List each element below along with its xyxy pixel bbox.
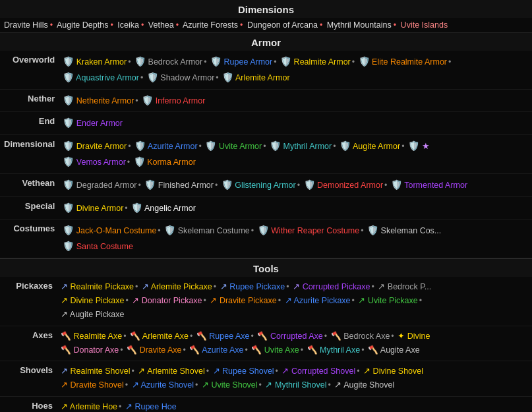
list-item[interactable]: 🪓 Augite Axe bbox=[368, 345, 420, 355]
list-item[interactable]: 🛡️ Augite Armor bbox=[340, 142, 400, 151]
list-item[interactable]: ✦ Divine bbox=[398, 332, 430, 341]
armor-end-row: End 🛡️ Ender Armor bbox=[0, 112, 532, 135]
list-item[interactable]: 🛡️ Divine Armor bbox=[63, 204, 123, 213]
list-item[interactable]: ↗ Azurite Pickaxe bbox=[285, 296, 351, 305]
list-item[interactable]: ↗ Augite Pickaxe bbox=[61, 310, 124, 319]
list-item[interactable]: 🪓 Arlemite Axe bbox=[130, 332, 189, 341]
list-item[interactable]: 🛡️ ★ bbox=[408, 142, 429, 151]
list-item[interactable]: 🛡️ Wither Reaper Costume bbox=[258, 226, 360, 235]
list-item[interactable]: 🪓 Azurite Axe bbox=[189, 345, 243, 355]
list-item[interactable]: 🛡️ Kraken Armor bbox=[63, 57, 127, 67]
list-item[interactable]: ↗ Bedrock P... bbox=[378, 282, 431, 291]
list-item[interactable]: 🛡️ Jack-O-Man Costume bbox=[63, 226, 156, 235]
armor-table: Overworld 🛡️ Kraken Armor• 🛡️ Bedrock Ar… bbox=[0, 51, 532, 258]
armor-special-content: 🛡️ Divine Armor• 🛡️ Angelic Armor bbox=[61, 196, 532, 220]
armor-special-label: Special bbox=[0, 196, 61, 220]
list-item[interactable]: ↗ Uvite Pickaxe bbox=[358, 296, 417, 305]
list-item[interactable]: 🪓 Realmite Axe bbox=[61, 332, 122, 341]
dim-item[interactable]: Vethea bbox=[148, 20, 174, 30]
armor-costumes-row: Costumes 🛡️ Jack-O-Man Costume• 🛡️ Skele… bbox=[0, 220, 532, 258]
armor-costumes-label: Costumes bbox=[0, 220, 61, 258]
list-item[interactable]: ↗ Arlemite Shovel bbox=[138, 367, 204, 376]
list-item[interactable]: 🛡️ Shadow Armor bbox=[147, 73, 214, 82]
dimensions-section: Dimensions Dravite Hills• Augite Depths•… bbox=[0, 0, 532, 33]
list-item[interactable]: 🪓 Donator Axe bbox=[61, 345, 119, 355]
list-item[interactable]: 🛡️ Degraded Armor bbox=[63, 181, 136, 190]
list-item[interactable]: 🛡️ Realmite Armor bbox=[280, 57, 351, 67]
list-item[interactable]: ↗ Rupee Shovel bbox=[213, 367, 274, 376]
list-item[interactable]: ↗ Mythril Shovel bbox=[265, 380, 326, 390]
list-item[interactable]: 🛡️ Bedrock Armor bbox=[134, 57, 202, 67]
list-item[interactable]: ↗ Rupee Hoe bbox=[125, 402, 177, 411]
list-item[interactable]: 🪓 Dravite Axe bbox=[127, 345, 181, 355]
list-item[interactable]: 🪓 Uvite Axe bbox=[251, 345, 299, 355]
list-item[interactable]: 🛡️ Inferno Armor bbox=[142, 96, 205, 105]
armor-dimensional-row: Dimensional 🛡️ Dravite Armor• 🛡️ Azurite… bbox=[0, 135, 532, 174]
list-item[interactable]: ↗ Dravite Pickaxe bbox=[210, 296, 276, 305]
list-item[interactable]: ↗ Dravite Shovel bbox=[61, 380, 124, 390]
list-item[interactable]: 🛡️ Angelic Armor bbox=[131, 204, 196, 213]
list-item[interactable]: 🛡️ Netherite Armor bbox=[63, 96, 134, 105]
armor-dimensional-content: 🛡️ Dravite Armor• 🛡️ Azurite Armor• 🛡️ U… bbox=[61, 135, 532, 174]
tools-pickaxes-content: ↗ Realmite Pickaxe• ↗ Arlemite Pickaxe• … bbox=[59, 277, 532, 326]
list-item[interactable]: ↗ Realmite Shovel bbox=[61, 367, 131, 376]
dim-item[interactable]: Mythril Mountains bbox=[327, 20, 392, 30]
armor-nether-label: Nether bbox=[0, 89, 61, 112]
tools-hoes-label: Hoes bbox=[0, 396, 59, 412]
list-item[interactable]: 🛡️ Dravite Armor bbox=[63, 142, 127, 151]
list-item[interactable]: ↗ Divine Pickaxe bbox=[61, 296, 124, 305]
list-item[interactable]: 🛡️ Rupee Armor bbox=[210, 57, 272, 67]
list-item[interactable]: ↗ Arlemite Pickaxe bbox=[142, 282, 212, 291]
dim-item[interactable]: Dravite Hills bbox=[4, 20, 48, 30]
list-item[interactable]: 🛡️ Skeleman Cos... bbox=[367, 226, 441, 235]
tools-shovels-content: ↗ Realmite Shovel• ↗ Arlemite Shovel• ↗ … bbox=[59, 361, 532, 397]
list-item[interactable]: ↗ Corrupted Shovel bbox=[281, 367, 355, 376]
list-item[interactable]: 🛡️ Azurite Armor bbox=[134, 142, 198, 151]
list-item[interactable]: 🛡️ Korma Armor bbox=[134, 158, 196, 167]
list-item[interactable]: ↗ Rupee Pickaxe bbox=[220, 282, 285, 291]
list-item[interactable]: 🛡️ Demonized Armor bbox=[304, 181, 384, 190]
list-item[interactable]: 🪓 Rupee Axe bbox=[196, 332, 250, 341]
list-item[interactable]: ↗ Azurite Shovel bbox=[132, 380, 194, 390]
list-item[interactable]: 🪓 Bedrock Axe bbox=[331, 332, 390, 341]
armor-end-label: End bbox=[0, 112, 61, 135]
armor-overworld-label: Overworld bbox=[0, 51, 61, 89]
list-item[interactable]: 🛡️ Vemos Armor bbox=[63, 158, 126, 167]
dim-item[interactable]: Uvite Islands bbox=[401, 20, 448, 30]
list-item[interactable]: ↗ Donator Pickaxe bbox=[132, 296, 202, 305]
tools-pickaxes-label: Pickaxes bbox=[0, 277, 59, 326]
list-item[interactable]: 🛡️ Finished Armor bbox=[144, 181, 214, 190]
dim-item[interactable]: Dungeon of Arcana bbox=[247, 20, 318, 30]
armor-overworld-content: 🛡️ Kraken Armor• 🛡️ Bedrock Armor• 🛡️ Ru… bbox=[61, 51, 532, 89]
list-item[interactable]: 🛡️ Santa Costume bbox=[63, 242, 133, 251]
list-item[interactable]: 🛡️ Ender Armor bbox=[63, 119, 123, 128]
list-item[interactable]: ↗ Augite Shovel bbox=[334, 380, 394, 390]
list-item[interactable]: ↗ Realmite Pickaxe bbox=[61, 282, 134, 291]
list-item[interactable]: 🪓 Corrupted Axe bbox=[257, 332, 322, 341]
dim-item[interactable]: Azurite Forests bbox=[183, 20, 238, 30]
list-item[interactable]: ↗ Arlemite Hoe bbox=[61, 402, 117, 411]
tools-pickaxes-row: Pickaxes ↗ Realmite Pickaxe• ↗ Arlemite … bbox=[0, 277, 532, 326]
list-item[interactable]: 🛡️ Elite Realmite Armor bbox=[359, 57, 447, 67]
list-item[interactable]: 🛡️ Tormented Armor bbox=[391, 181, 467, 190]
list-item[interactable]: 🛡️ Skeleman Costume bbox=[164, 226, 250, 235]
list-item[interactable]: 🛡️ Glistening Armor bbox=[222, 181, 296, 190]
tools-section: Tools Pickaxes ↗ Realmite Pickaxe• ↗ Arl… bbox=[0, 258, 532, 412]
armor-vethean-row: Vethean 🛡️ Degraded Armor• 🛡️ Finished A… bbox=[0, 173, 532, 196]
list-item[interactable]: ↗ Divine Shovel bbox=[363, 367, 423, 376]
tools-hoes-content: ↗ Arlemite Hoe• ↗ Rupee Hoe bbox=[59, 396, 532, 412]
list-item[interactable]: 🪓 Mythril Axe bbox=[307, 345, 361, 355]
dim-item[interactable]: Iceika bbox=[117, 20, 139, 30]
armor-nether-content: 🛡️ Netherite Armor• 🛡️ Inferno Armor bbox=[61, 89, 532, 112]
armor-overworld-row: Overworld 🛡️ Kraken Armor• 🛡️ Bedrock Ar… bbox=[0, 51, 532, 89]
dimensions-bar: Dravite Hills• Augite Depths• Iceika• Ve… bbox=[0, 18, 532, 33]
tools-header: Tools bbox=[0, 259, 532, 277]
list-item[interactable]: 🛡️ Arlemite Armor bbox=[222, 73, 289, 82]
list-item[interactable]: ↗ Uvite Shovel bbox=[202, 380, 258, 390]
list-item[interactable]: ↗ Corrupted Pickaxe bbox=[293, 282, 370, 291]
list-item[interactable]: 🛡️ Aquastrive Armor bbox=[63, 73, 139, 82]
dim-item[interactable]: Augite Depths bbox=[57, 20, 109, 30]
armor-vethean-content: 🛡️ Degraded Armor• 🛡️ Finished Armor• 🛡️… bbox=[61, 173, 532, 196]
list-item[interactable]: 🛡️ Mythril Armor bbox=[270, 142, 332, 151]
list-item[interactable]: 🛡️ Uvite Armor bbox=[205, 142, 262, 151]
